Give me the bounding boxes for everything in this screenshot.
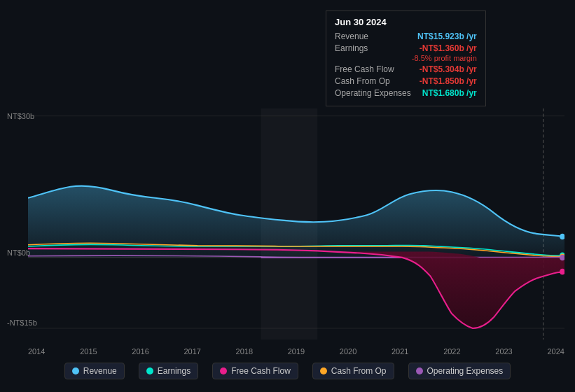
revenue-label: Revenue [335,31,368,41]
earnings-legend-dot [146,368,153,374]
tooltip-row-cfo: Cash From Op -NT$1.850b /yr [335,76,477,86]
opex-label: Operating Expenses [335,88,411,98]
legend-item-fcf[interactable]: Free Cash Flow [212,363,298,379]
x-axis-labels: 2014 2015 2016 2017 2018 2019 2020 2021 … [28,347,564,356]
chart-svg [28,108,564,340]
tooltip-date: Jun 30 2024 [335,17,477,27]
earnings-legend-label: Earnings [158,366,190,376]
x-label-2016: 2016 [132,347,148,356]
x-label-2017: 2017 [183,347,200,356]
x-label-2024: 2024 [547,347,564,356]
tooltip-box: Jun 30 2024 Revenue NT$15.923b /yr Earni… [326,10,486,106]
x-label-2019: 2019 [288,347,305,356]
legend-item-revenue[interactable]: Revenue [64,363,125,379]
opex-value: NT$1.680b /yr [422,88,477,98]
x-label-2015: 2015 [80,347,97,356]
cfo-legend-dot [320,368,327,374]
x-label-2023: 2023 [495,347,512,356]
x-label-2018: 2018 [236,347,253,356]
cfo-value: -NT$1.850b /yr [420,76,477,86]
earnings-value: -NT$1.360b /yr [420,43,477,53]
fcf-label: Free Cash Flow [335,64,394,74]
tooltip-row-revenue: Revenue NT$15.923b /yr [335,31,477,41]
revenue-legend-label: Revenue [83,366,117,376]
legend-item-cfo[interactable]: Cash From Op [312,363,394,379]
opex-legend-dot [416,368,423,374]
opex-legend-label: Operating Expenses [427,366,504,376]
x-label-2022: 2022 [443,347,460,356]
x-label-2021: 2021 [392,347,408,356]
tooltip-row-opex: Operating Expenses NT$1.680b /yr [335,88,477,98]
revenue-legend-dot [72,368,79,374]
x-label-2020: 2020 [340,347,356,356]
cfo-legend-label: Cash From Op [331,366,387,376]
cfo-label: Cash From Op [335,76,390,86]
profit-margin: -8.5% profit margin [335,54,477,62]
tooltip-row-earnings: Earnings -NT$1.360b /yr [335,43,477,53]
earnings-label: Earnings [335,43,368,53]
fcf-legend-dot [220,368,227,374]
chart-area [28,108,564,340]
y-label-mid: NT$0b [7,248,30,257]
revenue-value: NT$15.923b /yr [417,31,477,41]
x-label-2014: 2014 [28,347,45,356]
legend-item-opex[interactable]: Operating Expenses [408,363,511,379]
fcf-value: -NT$5.304b /yr [420,64,477,74]
legend-item-earnings[interactable]: Earnings [139,363,198,379]
tooltip-row-fcf: Free Cash Flow -NT$5.304b /yr [335,64,477,74]
fcf-legend-label: Free Cash Flow [231,366,291,376]
legend: Revenue Earnings Free Cash Flow Cash Fro… [0,363,575,379]
